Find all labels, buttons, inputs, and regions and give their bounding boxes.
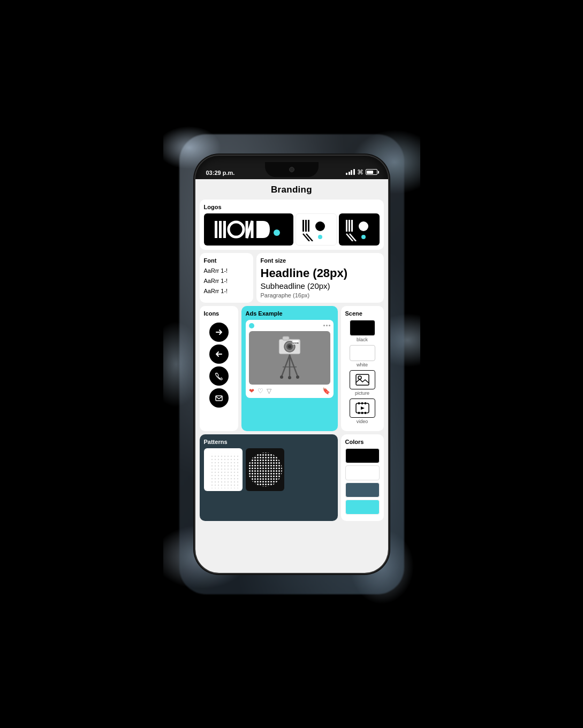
icon-arrow-right[interactable] — [209, 323, 229, 342]
scene-white-swatch — [350, 345, 375, 361]
svg-point-13 — [359, 221, 368, 231]
font-title: Font — [204, 257, 249, 264]
font-sample-1: AaRrr 1-! — [204, 267, 249, 275]
scene-section: Scene black white — [341, 306, 384, 431]
color-swatch-black — [345, 448, 380, 463]
bottom-row: Patterns — [200, 434, 384, 521]
color-swatch-white — [345, 465, 380, 480]
ads-inner-card: NOOB ❤ ♡ ▽ 🔖 — [246, 320, 334, 398]
status-icons: ⌘ — [346, 168, 377, 176]
ads-profile-dot — [249, 323, 254, 328]
dot-pattern-svg-light — [204, 448, 243, 491]
svg-point-14 — [361, 235, 366, 239]
svg-point-26 — [288, 376, 291, 379]
icon-email[interactable] — [209, 388, 229, 408]
logos-title: Logos — [204, 204, 380, 210]
battery-icon — [366, 169, 377, 175]
svg-rect-0 — [215, 221, 217, 238]
svg-rect-20 — [283, 336, 289, 340]
icons-section: Icons — [200, 306, 238, 431]
ads-title: Ads Example — [246, 310, 334, 317]
svg-text:NOOB: NOOB — [292, 342, 299, 344]
page-title: Branding — [195, 179, 388, 200]
logo-small-white-svg — [302, 218, 330, 241]
svg-rect-7 — [308, 220, 309, 232]
wifi-icon: ⌘ — [357, 168, 364, 176]
bookmark-icon: 🔖 — [322, 387, 330, 395]
patterns-section: Patterns — [200, 434, 338, 521]
scene-picture: picture — [345, 370, 380, 396]
camera-dot — [289, 167, 294, 172]
svg-rect-2 — [223, 221, 226, 238]
font-section: Font AaRrr 1-! AaRrr 1-! AaRrr 1-! — [200, 253, 253, 303]
ads-section: Ads Example — [241, 306, 338, 431]
colors-section: Colors — [341, 434, 384, 521]
scene-video: video — [345, 399, 380, 424]
svg-marker-39 — [361, 407, 365, 410]
icon-phone[interactable] — [209, 366, 229, 386]
signal-icon — [346, 169, 355, 175]
svg-point-9 — [318, 235, 322, 239]
svg-rect-11 — [349, 220, 350, 232]
svg-rect-33 — [358, 402, 360, 404]
scene-picture-icon — [350, 370, 375, 389]
patterns-grid — [204, 448, 334, 491]
phone-wrapper: 03:29 p.m. ⌘ Branding Logos — [179, 134, 404, 594]
share-icon: ▽ — [267, 387, 271, 395]
color-swatch-cyan — [345, 500, 380, 515]
font-size-title: Font size — [261, 257, 380, 264]
ads-actions: ❤ ♡ ▽ 🔖 — [249, 387, 330, 395]
svg-rect-1 — [219, 221, 222, 238]
menu-dot-2 — [326, 325, 328, 326]
scene-black-label: black — [357, 337, 368, 342]
svg-point-4 — [274, 229, 280, 236]
color-swatch-dark-teal — [345, 482, 380, 497]
svg-rect-12 — [351, 220, 353, 232]
font-row: Font AaRrr 1-! AaRrr 1-! AaRrr 1-! Font … — [200, 253, 384, 303]
svg-rect-6 — [305, 220, 307, 232]
svg-line-21 — [282, 355, 290, 377]
ads-menu-dots — [323, 325, 330, 326]
ads-product-image: NOOB — [249, 331, 330, 385]
pattern-dots-dark — [246, 448, 284, 491]
font-sample-3: AaRrr 1-! — [204, 287, 249, 295]
scene-black-swatch — [350, 320, 375, 336]
patterns-title: Patterns — [204, 439, 334, 445]
status-time: 03:29 p.m. — [206, 170, 235, 176]
content-area: Logos — [195, 200, 388, 532]
svg-point-8 — [315, 221, 325, 231]
headline-text: Headline (28px) — [261, 267, 380, 280]
svg-point-3 — [229, 222, 244, 237]
phone-device: 03:29 p.m. ⌘ Branding Logos — [195, 156, 388, 573]
svg-rect-44 — [246, 448, 284, 491]
ads-top-bar — [249, 323, 330, 328]
scene-white-label: white — [357, 362, 368, 367]
pattern-dots-light — [204, 448, 243, 491]
logo-small-dark — [339, 213, 380, 246]
logos-grid — [204, 213, 380, 246]
three-col-row: Icons — [200, 306, 384, 431]
scene-video-label: video — [357, 419, 368, 424]
heart-icon: ❤ — [249, 387, 254, 395]
scene-title: Scene — [345, 310, 380, 317]
svg-rect-37 — [361, 412, 363, 414]
logos-section: Logos — [200, 200, 384, 250]
svg-rect-35 — [365, 402, 366, 404]
comment-icon: ♡ — [258, 387, 263, 395]
svg-point-19 — [288, 345, 291, 348]
battery-fill — [367, 171, 373, 174]
scene-video-icon — [350, 399, 375, 418]
logo-main-dark — [204, 213, 293, 246]
paragraph-text: Paragraphe (16px) — [261, 292, 380, 298]
svg-rect-41 — [209, 454, 239, 488]
scene-white: white — [345, 345, 380, 367]
phone-notch — [265, 162, 319, 177]
subheadline-text: Subheadline (20px) — [261, 281, 380, 290]
svg-rect-10 — [346, 220, 347, 232]
svg-rect-5 — [302, 220, 304, 232]
phone-screen[interactable]: Branding Logos — [195, 179, 388, 573]
logo-main-svg — [214, 218, 283, 241]
svg-line-23 — [290, 355, 298, 377]
svg-rect-38 — [365, 412, 366, 414]
icon-arrow-left[interactable] — [209, 344, 229, 364]
